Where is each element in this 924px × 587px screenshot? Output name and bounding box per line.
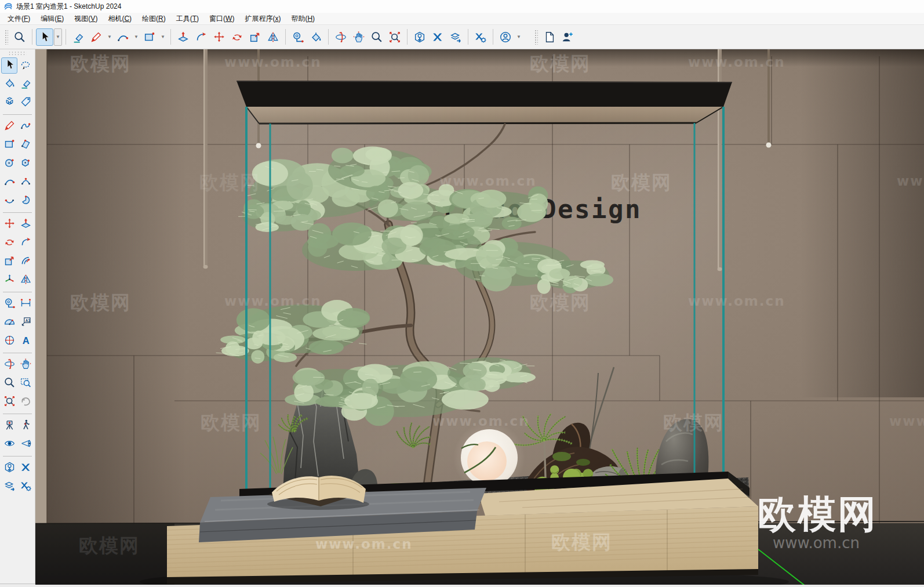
tool-extension-manager[interactable] <box>472 28 489 46</box>
tool-tape-measure[interactable] <box>1 296 17 312</box>
tool-arcs[interactable] <box>114 28 132 46</box>
tool-previous-view[interactable] <box>17 394 34 410</box>
sketchup-logo-icon <box>3 2 13 11</box>
tool-pan[interactable] <box>350 28 368 46</box>
menu-x[interactable]: 扩展程序(x) <box>239 13 286 25</box>
tool-freehand[interactable] <box>17 118 34 135</box>
flip-icon <box>20 273 32 288</box>
viewport-3d[interactable]: Yinuo Design <box>35 49 924 584</box>
tool-share-model[interactable] <box>1 479 17 495</box>
tool-scale[interactable] <box>1 253 17 270</box>
tool-dimensions[interactable] <box>17 296 34 312</box>
tool-look-around[interactable] <box>1 436 17 452</box>
tool-rotate[interactable] <box>1 235 17 251</box>
tool-walk[interactable] <box>17 418 34 434</box>
tool-zoom-extents[interactable] <box>1 394 17 410</box>
adduser-icon <box>561 31 574 44</box>
tool-flip[interactable] <box>17 272 34 288</box>
axes-icon <box>3 273 16 288</box>
tool-shapes[interactable] <box>141 28 158 46</box>
tool-push-pull[interactable] <box>174 28 192 46</box>
tool-arcs-dropdown[interactable]: ▼ <box>132 28 140 46</box>
menu-H[interactable]: 帮助(H) <box>286 13 320 25</box>
toolbar-separator <box>328 29 329 45</box>
window-title: 场景1 室内造景1 - SketchUp 2024 <box>16 2 121 12</box>
menu-W[interactable]: 窗口(W) <box>204 13 239 25</box>
tool-tape-measure[interactable] <box>289 28 307 46</box>
tool-extension-warehouse[interactable] <box>17 460 34 476</box>
tool-components[interactable] <box>1 95 17 111</box>
toolbar-grip[interactable] <box>534 30 538 45</box>
tool-three-point-arc[interactable] <box>1 193 17 209</box>
tool-line[interactable] <box>88 28 105 46</box>
tool-orbit[interactable] <box>332 28 350 46</box>
tool-zoom[interactable] <box>1 375 17 392</box>
tool-line[interactable] <box>1 118 17 135</box>
tool-rectangle[interactable] <box>1 137 17 153</box>
tool-pan[interactable] <box>17 357 34 373</box>
tool-protractor[interactable] <box>1 314 17 331</box>
tool-follow-me[interactable] <box>17 235 34 251</box>
menu-C[interactable]: 相机(C) <box>103 13 137 25</box>
tool-3d-warehouse[interactable] <box>411 28 428 46</box>
tool-orbit[interactable] <box>1 357 17 373</box>
tool-axes-compass[interactable] <box>1 333 17 349</box>
tool-zoom[interactable] <box>368 28 385 46</box>
tool-extension-manager[interactable] <box>17 479 34 495</box>
tool-two-point-arc[interactable] <box>17 174 34 190</box>
tool-account-dropdown[interactable]: ▼ <box>515 28 523 46</box>
tool-text[interactable]: A1 <box>17 314 34 331</box>
menu-T[interactable]: 工具(T) <box>171 13 204 25</box>
tool-lasso-select[interactable] <box>17 57 34 74</box>
protractor-icon <box>3 316 16 330</box>
tool-axes[interactable] <box>1 272 17 288</box>
menu-V[interactable]: 视图(V) <box>69 13 103 25</box>
tool-arc[interactable] <box>1 174 17 190</box>
menu-E[interactable]: 编辑(E) <box>35 13 69 25</box>
prevview-icon <box>20 395 32 410</box>
tool-line-dropdown[interactable]: ▼ <box>106 28 114 46</box>
arc3-icon <box>3 194 16 208</box>
tool-paint-bucket[interactable] <box>1 76 17 92</box>
tool-select[interactable] <box>1 57 17 74</box>
menu-R[interactable]: 绘图(R) <box>137 13 171 25</box>
tool-move[interactable] <box>210 28 228 46</box>
tool-3d-warehouse[interactable] <box>1 460 17 476</box>
tool-flip[interactable] <box>264 28 282 46</box>
tool-add-collaborator[interactable] <box>559 28 576 46</box>
tool-quick-zoom[interactable] <box>11 28 28 46</box>
tool-follow-me[interactable] <box>192 28 210 46</box>
tool-circle[interactable] <box>1 155 17 172</box>
palette-separator <box>3 212 32 213</box>
tool-eraser[interactable] <box>70 28 87 46</box>
tool-offset[interactable] <box>17 253 34 270</box>
move-icon <box>213 31 225 44</box>
tool-eraser[interactable] <box>17 76 34 92</box>
tool-shapes-dropdown[interactable]: ▼ <box>159 28 167 46</box>
tool-paint-bucket[interactable] <box>307 28 325 46</box>
tool-select-dropdown[interactable]: ▼ <box>54 28 62 46</box>
palette-grip[interactable] <box>8 51 27 55</box>
tool-zoom-window[interactable] <box>17 375 34 392</box>
tool-scale[interactable] <box>246 28 264 46</box>
tool-rotated-rectangle[interactable] <box>17 137 34 153</box>
tool-extension-warehouse[interactable] <box>429 28 446 46</box>
rect-icon <box>143 31 156 44</box>
tool-push-pull[interactable] <box>17 216 34 233</box>
tool-field-of-view[interactable] <box>17 436 34 452</box>
tool-select[interactable] <box>36 28 53 46</box>
tool-rotate[interactable] <box>228 28 246 46</box>
toolbar-grip[interactable] <box>5 30 8 45</box>
menu-F[interactable]: 文件(F) <box>2 13 35 25</box>
tool-move[interactable] <box>1 216 17 233</box>
tool-zoom-extents[interactable] <box>386 28 403 46</box>
tool-share-model[interactable] <box>447 28 464 46</box>
tool-new-document[interactable] <box>541 28 558 46</box>
svg-text:欧模网: 欧模网 <box>551 531 612 553</box>
tool-account[interactable] <box>497 28 514 46</box>
tool-position-camera[interactable] <box>1 418 17 434</box>
tool-polygon[interactable] <box>17 155 34 172</box>
tool-pie[interactable] <box>17 193 34 209</box>
tool-tag[interactable] <box>17 95 34 111</box>
tool-3d-text[interactable]: A <box>17 333 34 349</box>
